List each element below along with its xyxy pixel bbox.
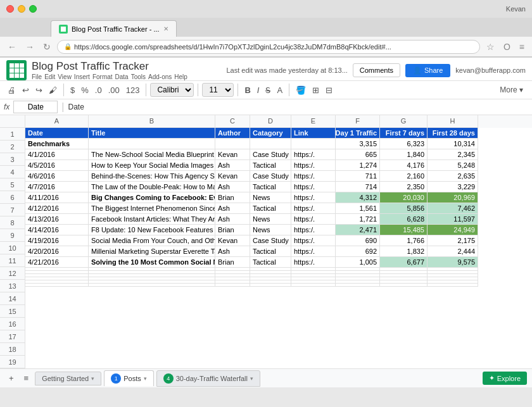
cell-19b[interactable] [89,284,215,287]
cell-12a[interactable]: 4/20/2016 [25,246,89,257]
header-28days[interactable]: First 28 days [428,128,478,139]
cell-7e[interactable]: https:/. [291,192,336,203]
cell-7c[interactable]: Brian [215,192,250,203]
cell-8b[interactable]: The Biggest Internet Phenomenon Since Th… [89,203,215,214]
font-color-button[interactable]: A [274,84,285,96]
sheet-tab-getting-started[interactable]: Getting Started ▾ [35,372,101,385]
addons-menu[interactable]: Add-ons [148,73,172,80]
tab-close-icon[interactable]: ✕ [163,25,168,32]
cell-11g[interactable]: 1,766 [380,235,428,246]
cell-4e[interactable]: https:/. [291,160,336,171]
cell-19f[interactable] [336,284,380,287]
cell-7g[interactable]: 20,030 [380,192,428,203]
cell-10d[interactable]: News [250,225,291,235]
cell-2d[interactable] [250,139,291,149]
cell-4b[interactable]: How to Keep Your Social Media Images Loo… [89,160,215,171]
cell-11h[interactable]: 2,175 [428,235,478,246]
cell-6c[interactable]: Ash [215,182,250,192]
cell-13b[interactable]: Solving the 10 Most Common Social Media … [89,257,215,268]
font-size-selector[interactable]: 11 [202,83,234,97]
bold-button[interactable]: B [242,84,253,96]
sheet-tab-waterfall[interactable]: 4 30-day-Traffic Waterfall ▾ [156,370,260,387]
cell-12b[interactable]: Millenial Marketing Superstar Everette T… [89,246,215,257]
data-menu[interactable]: Data [115,73,129,80]
cell-9d[interactable]: News [250,214,291,225]
cell-4a[interactable]: 4/5/2016 [25,160,89,171]
cell-19g[interactable] [380,284,428,287]
cell-13g[interactable]: 6,677 [380,257,428,268]
edit-menu[interactable]: Edit [44,73,55,80]
borders-button[interactable]: ⊞ [310,84,322,96]
cell-5a[interactable]: 4/6/2016 [25,171,89,182]
cell-9e[interactable]: https:/. [291,214,336,225]
header-7days[interactable]: First 7 days [380,128,428,139]
fill-color-button[interactable]: 🪣 [293,84,308,96]
close-button[interactable] [6,5,14,13]
strikethrough-button[interactable]: S̶ [263,84,273,96]
maximize-button[interactable] [29,5,37,13]
format-menu[interactable]: Format [92,73,113,80]
cell-3c[interactable]: Kevan [215,149,250,160]
cell-11c[interactable]: Kevan [215,235,250,246]
cell-6b[interactable]: The Law of the Double-Peak: How to Maxim… [89,182,215,192]
cell-8f[interactable]: 1,561 [336,203,380,214]
header-author[interactable]: Author [215,128,250,139]
cell-7f[interactable]: 4,312 [336,192,380,203]
more-formats-button[interactable]: 123 [124,84,142,96]
cell-13f[interactable]: 1,005 [336,257,380,268]
cell-19e[interactable] [291,284,336,287]
cell-9a[interactable]: 4/13/2016 [25,214,89,225]
tools-menu[interactable]: Tools [131,73,146,80]
cell-8e[interactable]: https:/. [291,203,336,214]
cell-8d[interactable]: Tactical [250,203,291,214]
view-menu[interactable]: View [58,73,72,80]
cell-2b[interactable] [89,139,215,149]
sheets-menu-button[interactable]: ≡ [20,372,33,384]
cell-6d[interactable]: Tactical [250,182,291,192]
cell-6g[interactable]: 2,350 [380,182,428,192]
header-link[interactable]: Link [291,128,336,139]
cell-19h[interactable] [428,284,478,287]
cell-10g[interactable]: 15,485 [380,225,428,235]
forward-button[interactable]: → [23,41,37,53]
cell-10f[interactable]: 2,471 [336,225,380,235]
cell-3h[interactable]: 2,345 [428,149,478,160]
cell-12g[interactable]: 1,832 [380,246,428,257]
cell-11d[interactable]: Case Study [250,235,291,246]
cell-12h[interactable]: 2,444 [428,246,478,257]
bookmark-icon[interactable]: ☆ [484,41,497,53]
cell-3f[interactable]: 665 [336,149,380,160]
cell-8g[interactable]: 5,856 [380,203,428,214]
italic-button[interactable]: I [255,84,262,96]
cell-4g[interactable]: 4,176 [380,160,428,171]
cell-3b[interactable]: The New-School Social Media Blueprint of… [89,149,215,160]
cell-9c[interactable]: Ash [215,214,250,225]
help-menu[interactable]: Help [174,73,187,80]
insert-menu[interactable]: Insert [74,73,90,80]
spreadsheet-title[interactable]: Blog Post Traffic Tracker [32,60,187,73]
cell-5b[interactable]: Behind-the-Scenes: How This Agency Saves… [89,171,215,182]
cell-9g[interactable]: 6,628 [380,214,428,225]
cell-2e[interactable] [291,139,336,149]
url-input[interactable]: 🔒 https://docs.google.com/spreadsheets/d… [57,40,480,54]
header-category[interactable]: Catagory [250,128,291,139]
menu-icon[interactable]: ≡ [517,41,527,53]
cell-8a[interactable]: 4/12/2016 [25,203,89,214]
cell-reference-input[interactable] [13,101,58,113]
cell-3d[interactable]: Case Study [250,149,291,160]
header-date[interactable]: Date [25,128,89,139]
sheet-tab-posts[interactable]: 1 Posts ▾ [104,370,154,386]
cell-10h[interactable]: 24,949 [428,225,478,235]
cell-19a[interactable] [25,284,89,287]
cell-7d[interactable]: News [250,192,291,203]
cell-13a[interactable]: 4/21/2016 [25,257,89,268]
cell-10b[interactable]: F8 Update: 10 New Facebook Features Ever… [89,225,215,235]
cell-8h[interactable]: 7,462 [428,203,478,214]
cell-13h[interactable]: 9,575 [428,257,478,268]
minimize-button[interactable] [18,5,25,13]
add-sheet-button[interactable]: + [5,372,18,384]
header-title[interactable]: Title [89,128,215,139]
cell-8c[interactable]: Ash [215,203,250,214]
cell-5e[interactable]: https:/. [291,171,336,182]
cell-3g[interactable]: 1,840 [380,149,428,160]
